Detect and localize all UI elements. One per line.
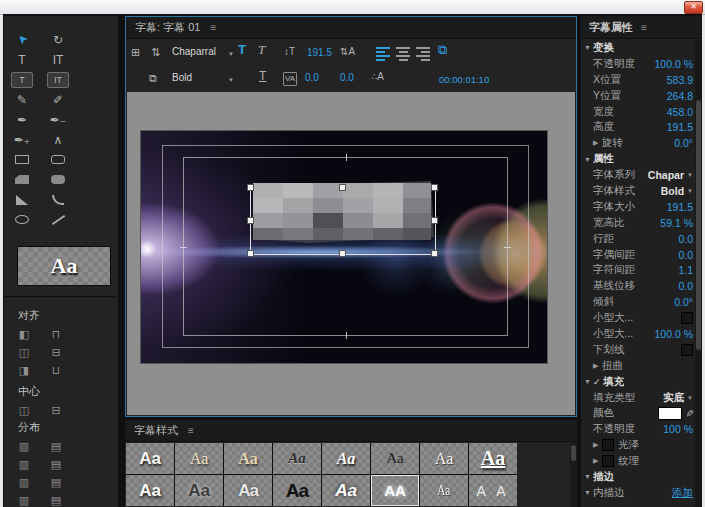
arc-tool[interactable] [47, 190, 69, 209]
prop-checkbox[interactable] [602, 455, 614, 467]
tracking-value[interactable]: 0.0 [340, 72, 354, 84]
vertical-type-tool[interactable]: IT [47, 50, 69, 69]
prop-value[interactable]: 0.0° [674, 296, 693, 308]
twirl-down-icon[interactable]: ▼ [584, 489, 593, 496]
align-right-button[interactable] [416, 47, 430, 61]
vertical-path-type-tool[interactable]: ✐ [47, 90, 69, 109]
properties-scrollbar-thumb[interactable] [696, 100, 701, 350]
add-stroke-link[interactable]: 添加 [672, 486, 693, 500]
prop-dropdown-value[interactable]: Chapar [648, 169, 684, 181]
prop-value[interactable]: 191.5 [667, 121, 693, 133]
current-style-swatch[interactable]: Aa [17, 246, 111, 286]
convert-anchor-point-tool[interactable]: ∧ [47, 130, 69, 149]
rounded-corner-rectangle-tool[interactable] [47, 150, 69, 169]
align-center-button[interactable] [396, 47, 410, 61]
align-top-icon[interactable]: ⊓ [46, 326, 66, 343]
vertical-area-type-tool[interactable]: IT [47, 72, 69, 88]
prop-value[interactable]: 1.1 [678, 264, 693, 276]
pen-tool[interactable]: ✒ [11, 110, 33, 129]
align-right-icon[interactable]: ◨ [14, 362, 34, 379]
style-swatch-11[interactable]: Aa [224, 475, 272, 506]
center-horizontal-icon[interactable]: ◫ [14, 402, 34, 419]
style-swatch-4[interactable]: Aa [273, 443, 321, 474]
prop-value[interactable]: 59.1 % [660, 217, 693, 229]
distribute-horizontal-even-icon[interactable]: ▥ [14, 492, 34, 507]
style-swatch-10[interactable]: Aa [175, 475, 223, 506]
prop-value[interactable]: 458.0 [667, 106, 693, 118]
templates-button[interactable]: ⧉ [149, 72, 157, 84]
prop-value[interactable]: 0.0° [674, 137, 693, 149]
timecode-value[interactable]: 00:00:01:10 [439, 74, 489, 86]
distribute-horizontal-center-icon[interactable]: ▥ [14, 456, 34, 473]
styles-scrollbar-thumb[interactable] [571, 445, 576, 461]
chevron-down-icon[interactable]: ▼ [687, 395, 693, 401]
font-size-value[interactable]: 191.5 [307, 47, 332, 59]
prop-value[interactable]: 100.0 % [654, 328, 693, 340]
font-style-select[interactable]: Bold ▼ [172, 72, 234, 86]
titler-tab[interactable]: 字幕: 字幕 01 [135, 20, 200, 35]
selection-handle[interactable] [247, 250, 254, 257]
wedge-tool[interactable] [11, 190, 33, 209]
distribute-bottom-icon[interactable]: ▤ [46, 474, 66, 491]
distribute-top-icon[interactable]: ▤ [46, 438, 66, 455]
area-type-tool[interactable]: T [11, 72, 33, 88]
selection-handle[interactable] [339, 184, 346, 191]
style-swatch-1[interactable]: Aa [126, 443, 174, 474]
twirl-right-icon[interactable]: ▶ [593, 362, 602, 370]
rotation-tool[interactable]: ↻ [47, 30, 69, 49]
selection-handle[interactable] [431, 250, 438, 257]
prop-checkbox[interactable] [602, 439, 614, 451]
align-left-button[interactable] [376, 47, 390, 61]
twirl-right-icon[interactable]: ▶ [593, 457, 602, 465]
distribute-vertical-center-icon[interactable]: ▤ [46, 456, 66, 473]
styles-panel-menu-icon[interactable]: ≡ [188, 425, 194, 436]
prop-value[interactable]: 100.0 % [654, 58, 693, 70]
prop-value[interactable]: 264.8 [667, 90, 693, 102]
rectangle-tool[interactable] [11, 150, 33, 169]
selection-handle[interactable] [247, 184, 254, 191]
prop-checkbox[interactable] [681, 344, 693, 356]
roll-crawl-options-button[interactable]: ⇅ [151, 46, 160, 58]
style-swatch-8[interactable]: Aa [469, 443, 517, 474]
ellipse-tool[interactable] [11, 210, 33, 229]
fill-enabled-checkmark[interactable]: ✓ [593, 377, 603, 387]
chevron-down-icon[interactable]: ▼ [687, 172, 693, 178]
delete-anchor-point-tool[interactable]: ✒₋ [47, 110, 69, 129]
twirl-down-icon[interactable]: ▼ [584, 378, 593, 385]
selection-handle[interactable] [431, 217, 438, 224]
line-tool[interactable] [47, 210, 69, 229]
eyedropper-icon[interactable]: ✎ [683, 409, 694, 417]
styles-scrollbar[interactable] [570, 443, 577, 507]
prop-dropdown-value[interactable]: 实底 [663, 391, 684, 405]
bold-button[interactable]: T [238, 44, 246, 56]
style-swatch-9[interactable]: Aa [126, 475, 174, 506]
distribute-vertical-even-icon[interactable]: ▤ [46, 492, 66, 507]
close-button[interactable]: ✕ [684, 1, 703, 14]
round-rectangle-tool[interactable] [47, 170, 69, 189]
align-left-icon[interactable]: ◧ [14, 326, 34, 343]
prop-value[interactable]: 0.0 [678, 233, 693, 245]
style-swatch-15[interactable]: Aa [420, 475, 468, 506]
styles-tab[interactable]: 字幕样式 [134, 423, 178, 438]
prop-dropdown-value[interactable]: Bold [661, 185, 684, 197]
selection-handle[interactable] [431, 184, 438, 191]
add-anchor-point-tool[interactable]: ✒₊ [11, 130, 33, 149]
prop-value[interactable]: 583.9 [667, 74, 693, 86]
font-family-select[interactable]: Chaparral ▼ [172, 46, 234, 60]
titler-panel-menu-icon[interactable]: ≡ [210, 22, 216, 33]
twirl-down-icon[interactable]: ▼ [584, 473, 593, 480]
twirl-down-icon[interactable]: ▼ [584, 44, 593, 51]
show-background-video-button[interactable]: ⧉ [438, 44, 447, 56]
style-swatch-7[interactable]: Aa [420, 443, 468, 474]
style-swatch-3[interactable]: Aa [224, 443, 272, 474]
path-type-tool[interactable]: ✎ [11, 90, 33, 109]
selection-handle[interactable] [339, 250, 346, 257]
center-vertical-icon[interactable]: ⊟ [46, 402, 66, 419]
align-vertical-center-icon[interactable]: ⊟ [46, 344, 66, 361]
style-swatch-14[interactable]: AA [371, 475, 419, 506]
twirl-right-icon[interactable]: ▶ [593, 139, 602, 147]
style-swatch-12[interactable]: Aa [273, 475, 321, 506]
prop-value[interactable]: 0.0 [678, 249, 693, 261]
style-swatch-16[interactable]: A A [469, 475, 517, 506]
underline-button[interactable]: T [259, 70, 266, 82]
